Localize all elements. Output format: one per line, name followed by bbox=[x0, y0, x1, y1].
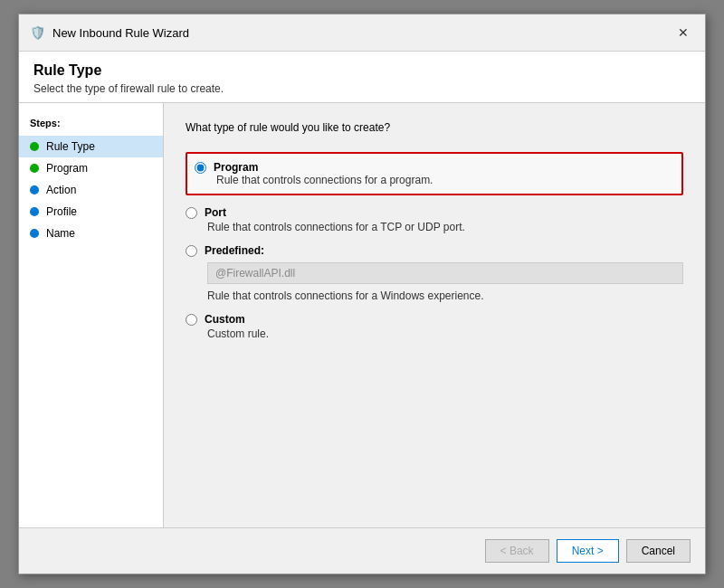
sidebar: Steps: Rule Type Program Action Profile … bbox=[19, 103, 164, 527]
sidebar-item-label: Profile bbox=[46, 205, 77, 218]
radio-port[interactable] bbox=[186, 207, 197, 219]
option-port-header: Port bbox=[186, 206, 683, 219]
main-content: What type of rule would you like to crea… bbox=[164, 103, 705, 527]
option-predefined: Predefined: Rule that controls connectio… bbox=[186, 244, 683, 302]
firewall-icon: 🛡️ bbox=[30, 25, 45, 40]
option-group: Program Rule that controls connections f… bbox=[186, 152, 683, 340]
option-predefined-header: Predefined: bbox=[186, 244, 683, 257]
option-program-desc: Rule that controls connections for a pro… bbox=[216, 174, 674, 186]
back-button[interactable]: < Back bbox=[485, 539, 549, 563]
sidebar-item-label: Action bbox=[46, 184, 76, 196]
option-custom-header: Custom bbox=[186, 313, 683, 326]
page-title: Rule Type bbox=[33, 62, 691, 79]
option-port-label: Port bbox=[205, 206, 226, 219]
sidebar-item-rule-type[interactable]: Rule Type bbox=[19, 136, 163, 157]
sidebar-item-label: Rule Type bbox=[46, 140, 95, 153]
option-program: Program Rule that controls connections f… bbox=[186, 152, 683, 195]
option-program-header: Program bbox=[195, 161, 674, 174]
option-predefined-desc: Rule that controls connections for a Win… bbox=[207, 289, 683, 302]
sidebar-label: Steps: bbox=[19, 114, 163, 136]
option-predefined-label: Predefined: bbox=[205, 244, 264, 257]
title-bar: 🛡️ New Inbound Rule Wizard ✕ bbox=[19, 14, 705, 52]
option-program-label: Program bbox=[214, 161, 258, 174]
content-area: Steps: Rule Type Program Action Profile … bbox=[19, 103, 705, 527]
sidebar-item-profile[interactable]: Profile bbox=[19, 201, 163, 223]
sidebar-item-label: Name bbox=[46, 227, 75, 240]
step-indicator-name bbox=[30, 229, 39, 238]
option-port: Port Rule that controls connections for … bbox=[186, 206, 683, 233]
option-port-desc: Rule that controls connections for a TCP… bbox=[207, 221, 683, 233]
step-indicator-rule-type bbox=[30, 142, 39, 151]
header: Rule Type Select the type of firewall ru… bbox=[19, 52, 705, 103]
sidebar-item-program[interactable]: Program bbox=[19, 157, 163, 179]
radio-program[interactable] bbox=[195, 162, 206, 174]
dialog-title: New Inbound Rule Wizard bbox=[52, 26, 665, 40]
radio-predefined[interactable] bbox=[186, 245, 197, 257]
dialog: 🛡️ New Inbound Rule Wizard ✕ Rule Type S… bbox=[18, 14, 706, 574]
option-custom: Custom Custom rule. bbox=[186, 313, 683, 340]
radio-custom[interactable] bbox=[186, 314, 197, 326]
step-indicator-action bbox=[30, 185, 39, 194]
sidebar-item-name[interactable]: Name bbox=[19, 223, 163, 244]
option-custom-label: Custom bbox=[205, 313, 245, 326]
predefined-input[interactable] bbox=[207, 262, 683, 284]
page-subtitle: Select the type of firewall rule to crea… bbox=[33, 82, 691, 95]
cancel-button[interactable]: Cancel bbox=[626, 539, 691, 563]
rule-type-question: What type of rule would you like to crea… bbox=[186, 121, 683, 134]
sidebar-item-label: Program bbox=[46, 162, 88, 175]
close-button[interactable]: ✕ bbox=[672, 22, 694, 43]
next-button[interactable]: Next > bbox=[557, 539, 619, 563]
option-custom-desc: Custom rule. bbox=[207, 327, 683, 340]
sidebar-item-action[interactable]: Action bbox=[19, 179, 163, 201]
footer: < Back Next > Cancel bbox=[19, 527, 705, 574]
step-indicator-profile bbox=[30, 207, 39, 216]
step-indicator-program bbox=[30, 164, 39, 173]
